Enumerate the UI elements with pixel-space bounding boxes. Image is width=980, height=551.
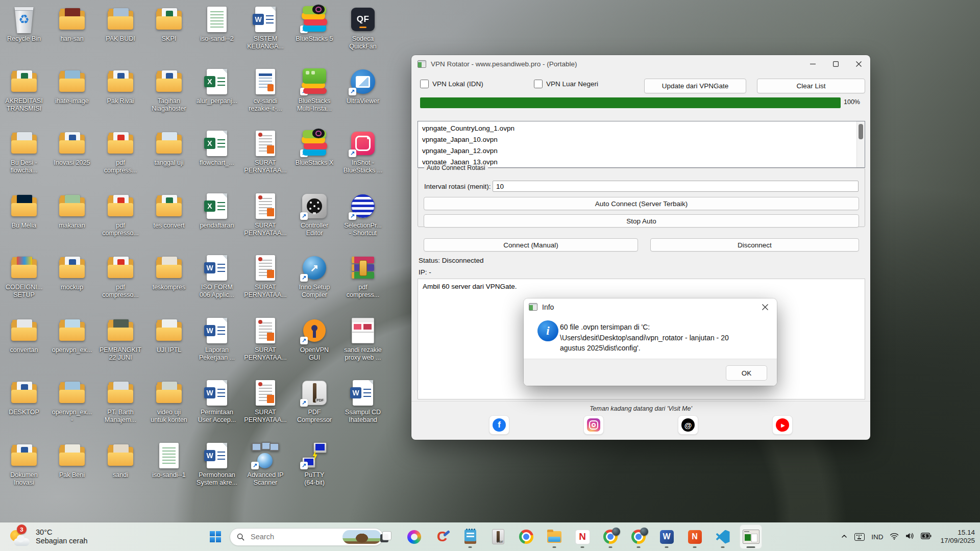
clock[interactable]: 15.14 17/09/2025 xyxy=(940,529,975,545)
desktop-icon-iso-sandi-1[interactable]: iso-sandi--1 xyxy=(145,441,192,479)
desktop-icon-cv-sandi-rezakie-it[interactable]: cv-sandi rezakie-it-... xyxy=(242,67,289,113)
taskbar-app-file-explorer[interactable] xyxy=(543,524,566,549)
weather-widget[interactable]: 3 30°C Sebagian cerah xyxy=(5,522,92,551)
desktop-icon-pendaftaran[interactable]: Xpendaftaran xyxy=(193,192,240,230)
battery-icon[interactable] xyxy=(921,533,932,541)
desktop-icon-openvpn-ex[interactable]: openvpn_ex... xyxy=(48,316,95,354)
stop-auto-button[interactable]: Stop Auto xyxy=(424,214,859,228)
taskbar-app-chrome-profile-2[interactable] xyxy=(627,524,650,549)
taskbar-app-notepad[interactable] xyxy=(459,524,481,549)
taskbar-app-task-view[interactable] xyxy=(375,524,397,549)
desktop-icon-mockup[interactable]: mockup xyxy=(48,254,95,291)
desktop-icon-tanggal-uji[interactable]: tanggal uji xyxy=(145,129,192,167)
language-indicator[interactable]: IND xyxy=(871,533,883,541)
desktop-icon-surat-pernyataa[interactable]: SURAT PERNYATAA... xyxy=(242,129,289,174)
desktop-icon-skpi[interactable]: SKPI xyxy=(145,5,192,43)
desktop-icon-bu-melia[interactable]: Bu Melia xyxy=(1,192,47,230)
desktop-icon-makanan[interactable]: makanan xyxy=(48,192,95,230)
server-list[interactable]: vpngate_CountryLong_1.ovpnvpngate_Japan_… xyxy=(418,121,865,168)
desktop-icon-teskompres[interactable]: teskompres xyxy=(145,254,192,291)
desktop-icon-laporan-pekerjaan[interactable]: WLaporan Pekerjaan ... xyxy=(193,316,240,362)
desktop-icon-bluestacks-multi-insta[interactable]: ↗BlueStacks Multi-Insta... xyxy=(291,67,338,113)
desktop-icon-ssampul-cd-ihateband[interactable]: WSsampul CD Ihateband xyxy=(339,379,386,424)
dialog-close-button[interactable] xyxy=(753,298,777,315)
volume-icon[interactable] xyxy=(905,532,914,541)
server-list-item[interactable]: vpngate_Japan_12.ovpn xyxy=(418,145,865,157)
desktop-icon-ultraviewer[interactable]: ↗UltraViewer xyxy=(339,67,386,105)
desktop-icon-inshot-bluestacks[interactable]: ↗InShot - BlueStacks ... xyxy=(339,129,386,174)
vpn-foreign-checkbox[interactable]: VPN Luar Negeri xyxy=(534,80,598,88)
disconnect-button[interactable]: Disconnect xyxy=(650,238,859,252)
touch-keyboard-icon[interactable] xyxy=(854,533,865,541)
desktop-icon-selectionpr-shortcut[interactable]: ↗SelectionPr... - Shortcut xyxy=(339,192,386,237)
desktop-icon-bluestacks-x[interactable]: ↗BlueStacks X xyxy=(291,129,338,167)
desktop-icon-permohonan-system-akre[interactable]: WPermohonan System akre... xyxy=(193,441,240,487)
desktop-icon-uji-iptl[interactable]: UJI IPTL xyxy=(145,316,192,354)
scrollbar[interactable] xyxy=(856,121,865,167)
taskbar-app-pdf-tool[interactable] xyxy=(487,524,509,549)
desktop-icon-alur-perpanj[interactable]: Xalur_perpanj... xyxy=(193,67,240,105)
desktop-icon-advanced-ip-scanner[interactable]: ↗Advanced IP Scanner xyxy=(242,441,289,487)
desktop-icon-openvpn-gui[interactable]: ↗OpenVPN GUI xyxy=(291,316,338,362)
minimize-button[interactable] xyxy=(801,55,824,72)
desktop-icon-pdf-compressor[interactable]: PDF↗PDF Compressor xyxy=(291,379,338,424)
desktop-icon-desktop[interactable]: DESKTOP xyxy=(1,379,47,416)
desktop-icon-surat-pernyataa[interactable]: SURAT PERNYATAA... xyxy=(242,192,289,237)
desktop-icon-openvpn-ex[interactable]: openvpn_ex... - xyxy=(48,379,95,424)
taskbar-app-netflix[interactable]: N xyxy=(571,524,594,549)
desktop-icon-pdf-compress[interactable]: pdf compress... xyxy=(339,254,386,299)
taskbar-app-vpn-rotator[interactable] xyxy=(740,524,762,549)
desktop-icon-pak-beni[interactable]: Pak Beni xyxy=(48,441,95,479)
interval-input[interactable] xyxy=(493,181,859,192)
desktop-icon-flowchart[interactable]: Xflowchart_... xyxy=(193,129,240,167)
desktop-icon-inno-setup-compiler[interactable]: ↗↗Inno Setup Compiler xyxy=(291,254,338,299)
update-vpngate-button[interactable]: Update dari VPNGate xyxy=(644,79,746,93)
desktop-icon-dokumen-inovasi[interactable]: Dokumen Inovasi xyxy=(1,441,47,487)
instagram-button[interactable] xyxy=(583,415,604,435)
hidden-icons-chevron[interactable] xyxy=(841,533,848,541)
desktop-icon-iso-form-006-applic[interactable]: WISO FORM 006 Applic... xyxy=(193,254,240,299)
desktop-icon-inovasi-2025[interactable]: Inovasi 2025 xyxy=(48,129,95,167)
server-list-item[interactable]: vpngate_CountryLong_1.ovpn xyxy=(418,123,865,134)
desktop-icon-tes-convert[interactable]: tes convert xyxy=(145,192,192,230)
clear-list-button[interactable]: Clear List xyxy=(757,79,865,93)
taskbar-app-ccleaner[interactable]: C xyxy=(431,524,453,549)
server-list-item[interactable]: vpngate_Japan_10.ovpn xyxy=(418,134,865,145)
desktop-icon-permintaan-user-accep[interactable]: WPermintaan User Accep... xyxy=(193,379,240,424)
desktop-icon-surat-pernyataa[interactable]: SURAT PERNYATAA... xyxy=(242,254,289,299)
maximize-button[interactable] xyxy=(824,55,847,72)
desktop-icon-recycle-bin[interactable]: ♻Recycle Bin xyxy=(1,5,47,43)
start-button[interactable] xyxy=(206,525,225,548)
desktop-icon-controller-editor[interactable]: ↗Controller Editor xyxy=(291,192,338,237)
ok-button[interactable]: OK xyxy=(726,365,767,381)
search-box[interactable] xyxy=(230,528,383,546)
youtube-button[interactable]: ▶ xyxy=(772,415,793,435)
facebook-button[interactable]: f xyxy=(489,415,509,435)
desktop-icon-pdf-compresso[interactable]: pdf compresso... xyxy=(97,192,144,237)
desktop-icon-pt-barth-manajem[interactable]: PT. Barth Manajem... xyxy=(97,379,144,424)
desktop-icon-putty-64-bit[interactable]: ↗PuTTY (64-bit) xyxy=(291,441,338,487)
desktop-icon-tagihan-niagahoster[interactable]: Tagihan Niagahoster xyxy=(145,67,192,113)
desktop-icon-codeigni-setup[interactable]: CODEIGNI... SETUP xyxy=(1,254,47,299)
desktop-icon-sandi[interactable]: sandi xyxy=(97,441,144,479)
threads-button[interactable]: @ xyxy=(678,415,698,435)
desktop-icon-video-uji-untuk-konten[interactable]: video uji untuk konten xyxy=(145,379,192,424)
vpn-local-checkbox[interactable]: VPN Lokal (IDN) xyxy=(420,80,483,88)
desktop-icon-surat-pernyataa[interactable]: SURAT PERNYATAA... xyxy=(242,379,289,424)
taskbar-app-vscode[interactable] xyxy=(712,524,734,549)
taskbar-app-copilot[interactable] xyxy=(403,524,425,549)
desktop-icon-convertan[interactable]: convertan xyxy=(1,316,47,354)
desktop-icon-pak-budi[interactable]: PAK BUDI xyxy=(97,5,144,43)
search-input[interactable] xyxy=(250,532,342,541)
desktop-icon-sodeca-quickfan[interactable]: QFSodeca QuickFan xyxy=(339,5,386,51)
desktop-icon-sistem-keuanga[interactable]: WSISTEM KEUANGA... xyxy=(242,5,289,51)
connect-manual-button[interactable]: Connect (Manual) xyxy=(424,238,638,252)
desktop-icon-sandi-rezakie-proxy-web[interactable]: sandi rezakie proxy web ... xyxy=(339,316,386,362)
desktop-icon-pak-rivai[interactable]: Pak Rivai xyxy=(97,67,144,105)
desktop-icon-pdf-compresso[interactable]: pdf compresso... xyxy=(97,254,144,299)
desktop-icon-bluestacks-5[interactable]: ↗BlueStacks 5 xyxy=(291,5,338,43)
scrollbar-thumb[interactable] xyxy=(859,124,863,139)
desktop-icon-akreditasi-transmisi[interactable]: AKREDITASI TRANSMISI xyxy=(1,67,47,113)
desktop-icon-surat-pernyataa[interactable]: SURAT PERNYATAA... xyxy=(242,316,289,362)
auto-connect-button[interactable]: Auto Connect (Server Terbaik) xyxy=(424,197,859,210)
